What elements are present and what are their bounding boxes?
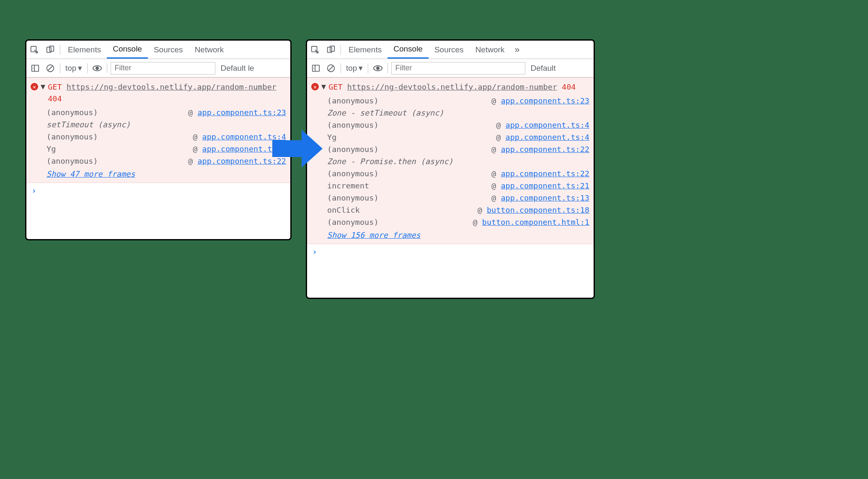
devtools-panel-before: Elements Console Sources Network top ▾ D…	[25, 39, 292, 240]
error-icon: ✕	[311, 83, 319, 90]
context-selector[interactable]: top ▾	[344, 63, 364, 73]
frame-function: (anonymous)	[46, 132, 98, 141]
sidebar-toggle-icon[interactable]	[310, 62, 322, 75]
frame-function: Yg	[46, 144, 56, 153]
status-code: 404	[48, 94, 62, 103]
stack-frame: (anonymous)@ button.component.html:1	[327, 216, 589, 228]
filter-input[interactable]	[111, 62, 215, 75]
frame-location[interactable]: @ app.component.ts:23	[188, 108, 286, 117]
stack-frame: (anonymous)@ app.component.ts:22	[327, 143, 589, 155]
status-code: 404	[562, 82, 576, 91]
inspect-icon[interactable]	[26, 41, 42, 59]
frame-function: (anonymous)	[327, 193, 379, 202]
context-selector[interactable]: top ▾	[64, 63, 84, 73]
log-levels[interactable]: Default	[528, 64, 558, 73]
frame-function: increment	[327, 181, 369, 190]
tab-elements[interactable]: Elements	[343, 41, 388, 59]
frame-function: (anonymous)	[327, 169, 379, 178]
live-expression-icon[interactable]	[91, 62, 103, 75]
frame-location[interactable]: @ app.component.ts:13	[491, 193, 589, 202]
disclosure-triangle-icon[interactable]: ▼	[41, 82, 45, 91]
stack-frame: (anonymous)@ app.component.ts:22	[327, 167, 589, 180]
filter-input[interactable]	[391, 62, 525, 75]
http-method: GET	[328, 82, 342, 91]
error-entry: ✕ ▼ GET https://ng-devtools.netlify.app/…	[307, 77, 594, 244]
svg-line-6	[48, 66, 53, 70]
divider	[60, 45, 60, 55]
error-message: GET https://ng-devtools.netlify.app/rand…	[328, 81, 589, 93]
console-prompt[interactable]: ›	[26, 183, 290, 198]
async-boundary: Zone - Promise.then (async)	[327, 155, 589, 167]
more-tabs-icon[interactable]: »	[510, 44, 524, 55]
tab-network[interactable]: Network	[470, 41, 511, 59]
tab-sources[interactable]: Sources	[429, 41, 470, 59]
tab-console[interactable]: Console	[388, 41, 429, 59]
stack-frame: (anonymous)@ app.component.ts:13	[327, 192, 589, 204]
live-expression-icon[interactable]	[372, 62, 384, 75]
frame-location[interactable]: @ button.component.ts:18	[478, 206, 589, 214]
clear-console-icon[interactable]	[44, 62, 57, 75]
tab-console[interactable]: Console	[107, 41, 148, 59]
frame-function: (anonymous)	[327, 121, 379, 129]
svg-point-8	[96, 67, 98, 70]
error-icon: ✕	[31, 83, 38, 90]
svg-line-15	[329, 66, 333, 70]
frame-function: (anonymous)	[46, 108, 98, 117]
request-url[interactable]: https://ng-devtools.netlify.app/random-n…	[67, 82, 276, 91]
frame-function: onClick	[327, 206, 360, 214]
svg-rect-3	[32, 65, 39, 71]
show-more-frames[interactable]: Show 156 more frames	[307, 228, 594, 240]
frame-function: (anonymous)	[327, 218, 379, 227]
frame-location[interactable]: @ app.component.ts:22	[188, 157, 286, 165]
stack-frame: Yg@ app.component.ts:4	[327, 131, 589, 143]
frame-location[interactable]: @ app.component.ts:21	[491, 181, 589, 190]
context-label: top	[65, 64, 76, 73]
frame-function: Yg	[327, 133, 336, 142]
tab-sources[interactable]: Sources	[148, 41, 189, 59]
clear-console-icon[interactable]	[325, 62, 337, 75]
tab-network[interactable]: Network	[189, 41, 230, 59]
console-prompt[interactable]: ›	[307, 244, 594, 259]
console-toolbar: top ▾ Default le	[26, 59, 290, 77]
frame-location[interactable]: @ app.component.ts:22	[491, 169, 589, 178]
async-boundary: Zone - setTimeout (async)	[327, 107, 589, 119]
device-toggle-icon[interactable]	[323, 41, 339, 59]
divider	[87, 63, 88, 73]
svg-rect-12	[313, 65, 320, 71]
inspect-icon[interactable]	[307, 41, 323, 59]
stack-frames: (anonymous)@ app.component.ts:23setTimeo…	[26, 106, 290, 167]
divider	[368, 63, 368, 73]
http-method: GET	[48, 82, 62, 91]
stack-frames: (anonymous)@ app.component.ts:23Zone - s…	[307, 94, 594, 228]
sidebar-toggle-icon[interactable]	[29, 62, 41, 75]
frame-location[interactable]: @ app.component.ts:23	[491, 96, 589, 105]
device-toggle-icon[interactable]	[42, 41, 58, 59]
frame-location[interactable]: @ app.component.ts:4	[496, 121, 589, 129]
stack-frame: Yg@ app.component.ts:4	[46, 143, 286, 155]
request-url[interactable]: https://ng-devtools.netlify.app/random-n…	[347, 82, 557, 91]
divider	[388, 63, 388, 73]
log-levels[interactable]: Default le	[218, 64, 256, 73]
error-header[interactable]: ✕ ▼ GET https://ng-devtools.netlify.app/…	[307, 80, 594, 94]
dropdown-icon: ▾	[78, 63, 82, 73]
context-label: top	[346, 64, 357, 73]
divider	[107, 63, 107, 73]
frame-location[interactable]: @ app.component.ts:22	[491, 145, 589, 154]
dropdown-icon: ▾	[359, 63, 363, 73]
show-more-frames[interactable]: Show 47 more frames	[26, 167, 290, 178]
devtools-panel-after: Elements Console Sources Network » top ▾…	[306, 39, 595, 299]
console-output: ✕ ▼ GET https://ng-devtools.netlify.app/…	[26, 77, 290, 198]
async-boundary: setTimeout (async)	[46, 118, 286, 131]
console-toolbar: top ▾ Default	[307, 59, 594, 77]
frame-function: (anonymous)	[327, 145, 379, 154]
error-header[interactable]: ✕ ▼ GET https://ng-devtools.netlify.app/…	[26, 80, 290, 106]
frame-location[interactable]: @ app.component.ts:4	[496, 133, 589, 142]
stack-frame: increment@ app.component.ts:21	[327, 180, 589, 192]
tab-elements[interactable]: Elements	[62, 41, 107, 59]
divider	[341, 63, 341, 73]
disclosure-triangle-icon[interactable]: ▼	[321, 82, 326, 91]
frame-location[interactable]: @ button.component.html:1	[473, 218, 589, 227]
arrow-icon	[272, 130, 323, 167]
divider	[341, 45, 341, 55]
stack-frame: onClick@ button.component.ts:18	[327, 204, 589, 216]
